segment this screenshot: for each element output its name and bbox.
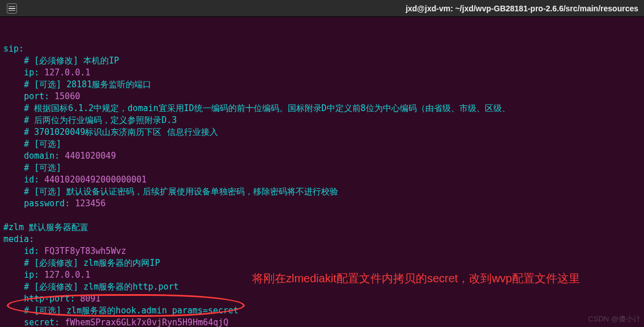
terminal-viewport[interactable]: sip: # [必须修改] 本机的IP ip: 127.0.0.1 # [可选]… [0, 17, 644, 327]
window-titlebar: jxd@jxd-vm: ~/jxd/wvp-GB28181-pro-2.6.6/… [0, 0, 644, 17]
code-line: ip: 127.0.0.1 [3, 67, 641, 79]
code-line: # 根据国标6.1.2中规定，domain宜采用ID统一编码的前十位编码。国标附… [3, 103, 641, 114]
code-line: sip: [3, 43, 641, 55]
code-line: # [必须修改] zlm服务器的内网IP [3, 257, 641, 269]
watermark: CSDN @傻小计 [588, 313, 641, 325]
code-line: media: [3, 233, 641, 245]
code-line: port: 15060 [3, 91, 641, 103]
annotation-oval [7, 294, 245, 317]
code-line: id: 44010200492000000001 [3, 174, 641, 186]
code-line: id: FQ3TF8yT83wh5Wvz [3, 245, 641, 257]
code-line: password: 123456 [3, 198, 641, 210]
code-line: # [可选] 28181服务监听的端口 [3, 79, 641, 91]
hamburger-icon[interactable] [7, 3, 17, 14]
code-line [3, 210, 641, 222]
annotation-text: 将刚在zlmediakit配置文件内拷贝的secret，改到wvp配置文件这里 [252, 271, 615, 286]
code-line: # [可选] [3, 138, 641, 150]
code-line: # [可选] 默认设备认证密码，后续扩展使用设备单独密码，移除密码将不进行校验 [3, 186, 641, 198]
code-line: #zlm 默认服务器配置 [3, 222, 641, 233]
code-line: secret: fWhemSPrax6GLk7x0vjRyn5H9Hm64qjQ [3, 317, 641, 327]
window-title: jxd@jxd-vm: ~/jxd/wvp-GB28181-pro-2.6.6/… [0, 4, 644, 13]
code-line: domain: 4401020049 [3, 150, 641, 162]
code-line: # [可选] [3, 162, 641, 174]
code-line: # [必须修改] 本机的IP [3, 55, 641, 67]
code-line: # 后两位为行业编码，定义参照附录D.3 [3, 114, 641, 126]
code-line: # 3701020049标识山东济南历下区 信息行业接入 [3, 126, 641, 138]
